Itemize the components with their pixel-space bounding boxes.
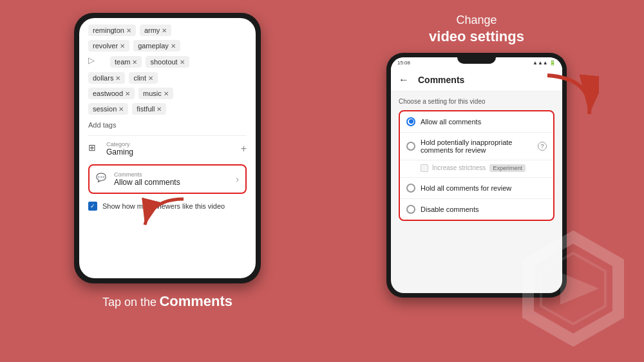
tag-team[interactable]: team ✕	[110, 56, 142, 68]
status-time: 15:08	[397, 60, 410, 66]
bg-decoration	[515, 231, 631, 349]
bottom-text-line1: Tap on the	[102, 296, 156, 309]
option-disable-label: Disable comments	[421, 205, 547, 213]
phone-left: remington ✕ army ✕ revolver ✕	[74, 13, 261, 283]
comments-header: ← Comments	[391, 69, 562, 91]
remove-music[interactable]: ✕	[164, 90, 169, 97]
tag-row-3: ▷ team ✕ shootout ✕	[88, 55, 247, 68]
strictness-checkbox[interactable]	[421, 164, 428, 172]
option-allow-all-label: Allow all comments	[421, 118, 547, 126]
category-row: ⊞ Category Gaming +	[88, 135, 247, 159]
remove-revolver[interactable]: ✕	[120, 43, 125, 50]
choose-setting-text: Choose a setting for this video	[399, 98, 554, 105]
option-hold-all-label: Hold all comments for review	[421, 184, 547, 192]
strictness-row: Increase strictness Experiment	[400, 160, 553, 178]
status-icons: ▲▲▲ 🔋	[533, 60, 556, 66]
radio-hold-all[interactable]	[406, 184, 415, 193]
option-hold-all[interactable]: Hold all comments for review	[400, 178, 553, 199]
strictness-label: Increase strictness	[432, 164, 486, 171]
category-icon: ⊞	[88, 142, 101, 155]
category-value: Gaming	[106, 148, 241, 157]
tag-dollars[interactable]: dollars ✕	[88, 72, 125, 84]
option-allow-all[interactable]: Allow all comments	[400, 111, 553, 133]
arrow-annotation-right	[541, 72, 599, 126]
option-hold-inappropriate[interactable]: Hold potentially inappropriate comments …	[400, 133, 553, 160]
tag-clint[interactable]: clint ✕	[129, 72, 158, 84]
remove-army[interactable]: ✕	[162, 27, 167, 34]
tag-session[interactable]: session ✕	[88, 103, 128, 115]
svg-marker-4	[560, 272, 599, 305]
remove-shootout[interactable]: ✕	[180, 59, 185, 66]
tag-remington[interactable]: remington ✕	[88, 24, 136, 36]
left-bottom-text: Tap on the Comments	[102, 292, 232, 311]
comments-icon: 💬	[96, 173, 109, 186]
comments-row[interactable]: 💬 Comments Allow all comments ›	[88, 164, 247, 194]
viewers-checkbox[interactable]	[88, 202, 97, 211]
tag-row-1: remington ✕ army ✕	[88, 24, 247, 36]
options-box: Allow all comments Hold potentially inap…	[399, 110, 554, 221]
comments-field-label: Comments	[114, 171, 236, 178]
tag-music[interactable]: music ✕	[138, 88, 173, 99]
top-text-line1: Change	[429, 13, 524, 28]
phone-notch	[457, 57, 496, 64]
remove-dollars[interactable]: ✕	[115, 75, 120, 82]
tag-revolver[interactable]: revolver ✕	[88, 40, 129, 52]
top-text-line2: video settings	[429, 28, 524, 46]
comments-body: Choose a setting for this video Allow al…	[391, 91, 562, 227]
tag-gameplay[interactable]: gameplay ✕	[133, 40, 180, 52]
bottom-text-line2: Comments	[159, 293, 232, 309]
remove-clint[interactable]: ✕	[148, 75, 153, 82]
radio-allow-all[interactable]	[406, 117, 415, 126]
remove-fistfull[interactable]: ✕	[156, 106, 162, 113]
add-tags-label[interactable]: Add tags	[88, 119, 247, 131]
experiment-badge: Experiment	[489, 164, 526, 172]
chevron-right-icon: ›	[236, 174, 239, 184]
option-hold-inappropriate-label: Hold potentially inappropriate comments …	[421, 138, 533, 154]
tag-row-6: session ✕ fistfull ✕	[88, 103, 247, 115]
comments-page-title: Comments	[418, 75, 464, 85]
back-button[interactable]: ←	[399, 74, 409, 86]
tag-shootout[interactable]: shootout ✕	[146, 56, 189, 68]
right-top-text: Change video settings	[429, 13, 524, 46]
category-plus[interactable]: +	[241, 143, 247, 155]
tag-row-2: revolver ✕ gameplay ✕	[88, 40, 247, 52]
tag-row-4: dollars ✕ clint ✕	[88, 72, 247, 84]
tag-eastwood[interactable]: eastwood ✕	[88, 88, 135, 99]
remove-team[interactable]: ✕	[132, 59, 137, 66]
remove-remington[interactable]: ✕	[126, 27, 131, 34]
remove-eastwood[interactable]: ✕	[125, 90, 130, 97]
left-section: remington ✕ army ✕ revolver ✕	[19, 13, 316, 349]
radio-disable[interactable]	[406, 205, 415, 214]
option-disable[interactable]: Disable comments	[400, 199, 553, 220]
info-icon[interactable]: ?	[538, 142, 547, 151]
remove-gameplay[interactable]: ✕	[171, 43, 176, 50]
tag-row-5: eastwood ✕ music ✕	[88, 88, 247, 99]
comments-field-value: Allow all comments	[114, 178, 236, 187]
category-label: Category	[106, 141, 241, 148]
tag-army[interactable]: army ✕	[140, 24, 171, 36]
tag-fistfull[interactable]: fistfull ✕	[132, 103, 166, 115]
remove-session[interactable]: ✕	[118, 106, 124, 113]
arrow-annotation-left	[138, 196, 190, 237]
radio-hold-inappropriate[interactable]	[406, 142, 415, 151]
